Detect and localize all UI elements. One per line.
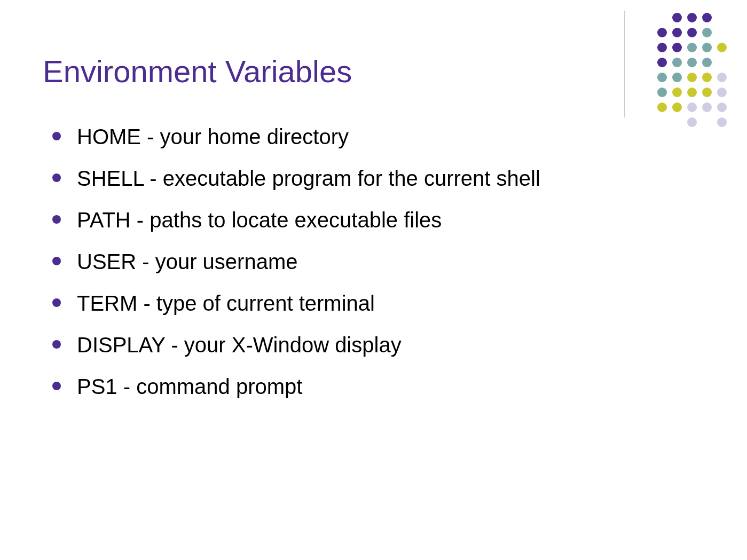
slide-container: Environment Variables HOME - your home d… [0,0,747,560]
bullet-item: PATH - paths to locate executable files [52,204,704,235]
bullet-item: TERM - type of current terminal [52,288,704,319]
bullet-item: USER - your username [52,246,704,277]
dot-grid [657,13,731,131]
bullet-item: SHELL - executable program for the curre… [52,163,704,194]
decoration-line [624,11,625,117]
bullet-item: DISPLAY - your X-Window display [52,329,704,360]
decoration-dots [624,11,731,123]
slide-title: Environment Variables [43,53,704,89]
bullet-item: PS1 - command prompt [52,371,704,402]
bullet-list: HOME - your home directory SHELL - execu… [43,121,704,402]
bullet-item: HOME - your home directory [52,121,704,152]
